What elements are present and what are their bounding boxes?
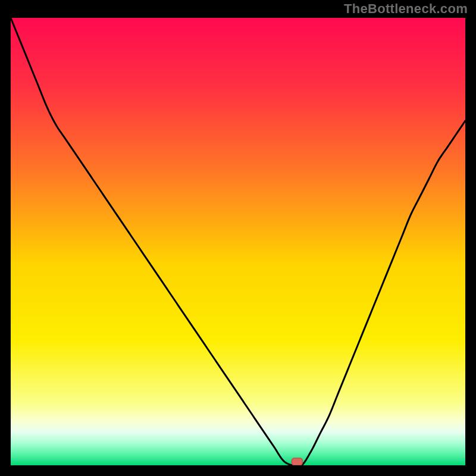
chart-canvas [11,18,465,465]
watermark-label: TheBottleneck.com [344,1,468,17]
chart-frame: TheBottleneck.com [0,0,476,476]
plot-area [11,18,465,465]
